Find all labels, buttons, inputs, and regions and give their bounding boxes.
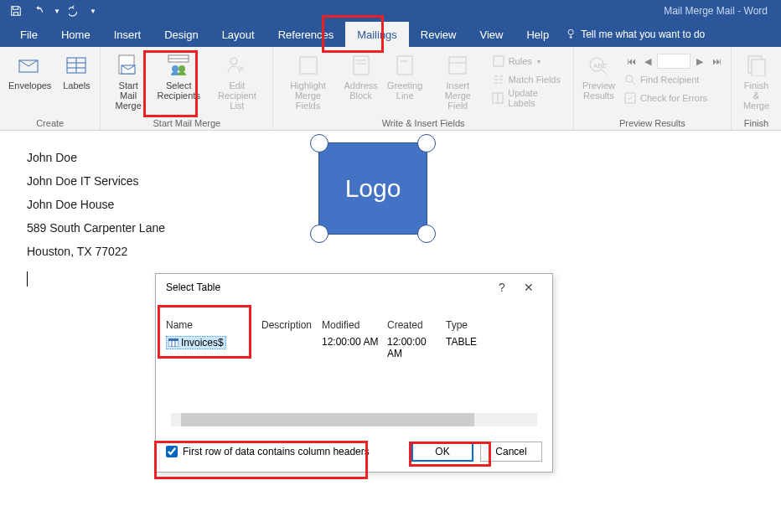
highlight-merge-fields-button[interactable]: Highlight Merge Fields bbox=[277, 50, 339, 112]
col-modified-header[interactable]: Modified bbox=[322, 319, 387, 331]
prev-record-icon[interactable]: ◀ bbox=[640, 54, 655, 69]
edit-recipient-list-button[interactable]: Edit Recipient List bbox=[204, 50, 269, 112]
undo-icon[interactable] bbox=[28, 2, 50, 20]
first-row-headers-checkbox[interactable]: First row of data contains column header… bbox=[166, 446, 405, 457]
horizontal-scrollbar[interactable] bbox=[171, 413, 537, 426]
group-start-mail-merge: Start Mail Merge Select Recipients Edit … bbox=[101, 47, 273, 130]
group-finish-label: Finish bbox=[735, 117, 778, 128]
table-icon bbox=[168, 338, 178, 347]
start-mail-merge-icon bbox=[115, 52, 142, 79]
svg-text:ABC: ABC bbox=[593, 62, 608, 70]
checkbox-input[interactable] bbox=[166, 446, 178, 457]
col-created-header[interactable]: Created bbox=[387, 319, 446, 331]
tab-references[interactable]: References bbox=[266, 22, 345, 47]
check-errors-icon bbox=[623, 91, 637, 105]
group-finish: Finish & Merge Finish bbox=[732, 47, 781, 130]
col-type-header[interactable]: Type bbox=[446, 319, 496, 331]
select-recipients-icon bbox=[165, 52, 192, 79]
match-fields-button[interactable]: Match Fields bbox=[489, 70, 570, 89]
group-start-label: Start Mail Merge bbox=[104, 117, 269, 128]
svg-point-11 bbox=[178, 65, 185, 72]
qat-customize-icon[interactable]: ▼ bbox=[87, 2, 99, 20]
next-record-icon[interactable]: ▶ bbox=[692, 54, 707, 69]
save-icon[interactable] bbox=[5, 2, 27, 20]
group-preview-label: Preview Results bbox=[577, 117, 727, 128]
start-mail-merge-button[interactable]: Start Mail Merge bbox=[104, 50, 153, 112]
dialog-help-icon[interactable]: ? bbox=[489, 281, 515, 294]
group-create-label: Create bbox=[3, 117, 96, 128]
table-list: Name Description Modified Created Type I… bbox=[166, 304, 542, 426]
edit-recipient-list-icon bbox=[224, 52, 251, 79]
table-description bbox=[261, 336, 322, 359]
svg-rect-14 bbox=[354, 56, 369, 75]
svg-rect-21 bbox=[494, 56, 504, 66]
svg-rect-13 bbox=[300, 57, 317, 74]
dialog-close-icon[interactable]: ✕ bbox=[515, 281, 542, 294]
redo-icon[interactable] bbox=[64, 2, 85, 20]
labels-button[interactable]: Labels bbox=[56, 50, 96, 92]
tab-review[interactable]: Review bbox=[409, 22, 468, 47]
ok-button[interactable]: OK bbox=[411, 442, 473, 462]
logo-placeholder: Logo bbox=[318, 142, 427, 235]
tab-home[interactable]: Home bbox=[49, 22, 102, 47]
col-name-header[interactable]: Name bbox=[166, 319, 261, 331]
last-record-icon[interactable]: ⏭ bbox=[709, 54, 724, 69]
address-line: Houston, TX 77022 bbox=[27, 245, 754, 258]
finish-merge-icon bbox=[743, 52, 770, 79]
svg-point-0 bbox=[568, 29, 573, 34]
envelopes-button[interactable]: Envelopes bbox=[3, 50, 56, 92]
group-write-label: Write & Insert Fields bbox=[277, 117, 570, 128]
greeting-line-icon bbox=[391, 52, 418, 79]
undo-dropdown-icon[interactable]: ▼ bbox=[52, 2, 62, 20]
svg-rect-19 bbox=[449, 57, 466, 74]
first-record-icon[interactable]: ⏮ bbox=[623, 54, 639, 69]
insert-merge-field-icon bbox=[444, 52, 471, 79]
table-header-row: Name Description Modified Created Type bbox=[166, 304, 542, 334]
table-row[interactable]: Invoices$ 12:00:00 AM 12:00:00 AM TABLE bbox=[166, 334, 542, 361]
finish-merge-button[interactable]: Finish & Merge bbox=[735, 50, 778, 112]
tab-view[interactable]: View bbox=[468, 22, 515, 47]
col-description-header[interactable]: Description bbox=[261, 319, 322, 331]
table-created: 12:00:00 AM bbox=[387, 336, 446, 359]
labels-icon bbox=[63, 52, 90, 79]
svg-line-28 bbox=[632, 81, 635, 85]
table-type: TABLE bbox=[446, 336, 496, 359]
dialog-title: Select Table bbox=[166, 281, 489, 293]
cancel-button[interactable]: Cancel bbox=[480, 442, 542, 462]
match-fields-icon bbox=[492, 73, 505, 86]
group-create: Envelopes Labels Create bbox=[0, 47, 101, 130]
svg-rect-17 bbox=[397, 56, 412, 75]
app-title: Mail Merge Mail - Word bbox=[664, 5, 768, 17]
quick-access-toolbar: ▼ ▼ bbox=[5, 2, 99, 20]
address-block-button[interactable]: Address Block bbox=[339, 50, 383, 102]
update-labels-icon bbox=[492, 91, 505, 105]
record-navigation: ⏮ ◀ ▶ ⏭ bbox=[620, 52, 727, 70]
tab-design[interactable]: Design bbox=[153, 22, 209, 47]
tell-me-search[interactable]: Tell me what you want to do bbox=[566, 22, 705, 47]
update-labels-button[interactable]: Update Labels bbox=[489, 89, 570, 107]
dialog-titlebar: Select Table ? ✕ bbox=[156, 274, 552, 301]
svg-rect-31 bbox=[752, 59, 765, 76]
svg-rect-29 bbox=[625, 93, 635, 103]
menu-bar: File Home Insert Design Layout Reference… bbox=[0, 22, 781, 47]
svg-point-12 bbox=[230, 58, 237, 65]
tab-insert[interactable]: Insert bbox=[102, 22, 153, 47]
group-write-insert: Highlight Merge Fields Address Block Gre… bbox=[273, 47, 574, 130]
greeting-line-button[interactable]: Greeting Line bbox=[382, 50, 427, 102]
select-table-dialog: Select Table ? ✕ Name Description Modifi… bbox=[155, 273, 553, 473]
tab-help[interactable]: Help bbox=[515, 22, 561, 47]
check-errors-button[interactable]: Check for Errors bbox=[620, 89, 727, 107]
group-preview: ABC Preview Results ⏮ ◀ ▶ ⏭ Find Recipie… bbox=[574, 47, 732, 130]
highlight-icon bbox=[295, 52, 322, 79]
tab-file[interactable]: File bbox=[8, 22, 49, 47]
svg-rect-33 bbox=[168, 338, 178, 341]
tab-layout[interactable]: Layout bbox=[210, 22, 266, 47]
insert-merge-field-button[interactable]: Insert Merge Field bbox=[427, 50, 489, 112]
preview-results-button[interactable]: ABC Preview Results bbox=[577, 50, 620, 102]
record-number-input[interactable] bbox=[657, 54, 690, 69]
tab-mailings[interactable]: Mailings bbox=[345, 22, 409, 47]
find-recipient-button[interactable]: Find Recipient bbox=[620, 70, 727, 89]
ribbon: Envelopes Labels Create Start Mail Merge… bbox=[0, 47, 781, 131]
select-recipients-button[interactable]: Select Recipients bbox=[153, 50, 204, 102]
rules-button[interactable]: Rules▾ bbox=[489, 52, 570, 70]
